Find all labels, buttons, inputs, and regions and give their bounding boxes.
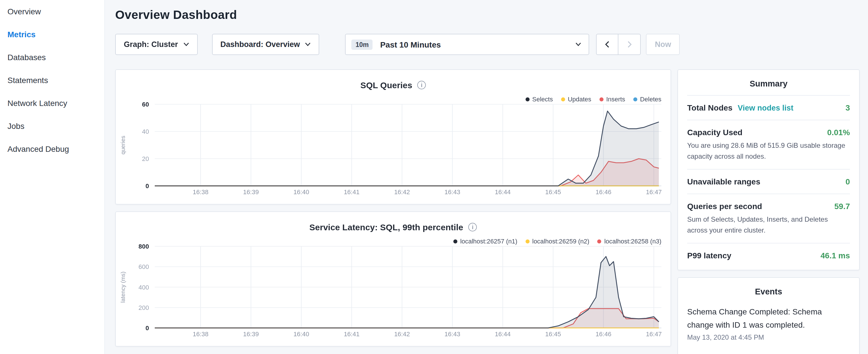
svg-text:400: 400 <box>138 284 149 291</box>
toolbar: Graph: Cluster Dashboard: Overview 10m P… <box>115 34 860 55</box>
sidebar-item-advanced-debug[interactable]: Advanced Debug <box>0 137 104 160</box>
queries-per-second-description: Sum of Selects, Updates, Inserts, and De… <box>687 214 850 235</box>
legend-label: Deletes <box>640 96 661 102</box>
svg-text:16:41: 16:41 <box>344 189 360 196</box>
svg-text:16:38: 16:38 <box>192 189 208 196</box>
chart-title: SQL Queries <box>360 80 412 90</box>
total-nodes-label: Total Nodes <box>687 103 733 112</box>
chevron-left-icon <box>605 41 610 48</box>
svg-text:40: 40 <box>142 128 149 135</box>
sidebar-item-statements[interactable]: Statements <box>0 69 104 92</box>
svg-text:16:44: 16:44 <box>495 189 510 196</box>
time-range-badge: 10m <box>351 39 373 50</box>
graph-dropdown-label: Graph: Cluster <box>124 40 178 49</box>
legend-dot-icon <box>599 97 603 101</box>
svg-text:16:44: 16:44 <box>495 330 510 338</box>
sidebar-item-metrics[interactable]: Metrics <box>0 23 104 46</box>
chart-title: Service Latency: SQL, 99th percentile <box>309 222 463 232</box>
sql-queries-chart[interactable]: 020406016:3816:3916:4016:4116:4216:4316:… <box>116 95 671 199</box>
svg-text:16:40: 16:40 <box>293 330 309 338</box>
legend-item: Inserts <box>599 96 625 102</box>
view-nodes-link[interactable]: View nodes list <box>738 104 794 112</box>
service-latency-chart[interactable]: 020040060080016:3816:3916:4016:4116:4216… <box>116 236 671 341</box>
capacity-used-label: Capacity Used <box>687 128 743 137</box>
event-text: Schema Change Completed: Schema change w… <box>687 305 850 331</box>
sidebar-item-jobs[interactable]: Jobs <box>0 115 104 137</box>
unavailable-ranges-value: 0 <box>845 177 850 186</box>
capacity-used-value: 0.01% <box>827 128 850 137</box>
legend-item: localhost:26258 (n3) <box>597 238 661 245</box>
svg-text:0: 0 <box>146 324 149 332</box>
total-nodes-value: 3 <box>845 103 850 112</box>
svg-text:16:42: 16:42 <box>394 330 410 338</box>
svg-text:20: 20 <box>142 155 149 162</box>
svg-text:800: 800 <box>138 243 149 250</box>
svg-text:16:39: 16:39 <box>243 330 259 338</box>
summary-row-capacity: Capacity Used 0.01% You are using 28.6 M… <box>687 120 850 169</box>
summary-panel: Summary Total Nodes View nodes list 3 Ca… <box>677 69 860 271</box>
svg-text:0: 0 <box>146 183 149 190</box>
summary-row-unavailable-ranges: Unavailable ranges 0 <box>687 169 850 194</box>
svg-text:16:42: 16:42 <box>394 189 410 196</box>
legend-label: Updates <box>568 96 591 102</box>
unavailable-ranges-label: Unavailable ranges <box>687 177 760 186</box>
now-button[interactable]: Now <box>646 34 680 55</box>
legend-label: Selects <box>532 96 553 102</box>
summary-row-total-nodes: Total Nodes View nodes list 3 <box>687 95 850 120</box>
info-icon[interactable]: i <box>417 81 426 89</box>
dashboard-dropdown-label: Dashboard: Overview <box>220 40 300 49</box>
events-panel: Events Schema Change Completed: Schema c… <box>677 278 860 354</box>
service-latency-chart-card: Service Latency: SQL, 99th percentile i … <box>115 212 671 347</box>
sidebar: Overview Metrics Databases Statements Ne… <box>0 0 105 354</box>
legend-dot-icon <box>525 97 529 101</box>
sidebar-item-databases[interactable]: Databases <box>0 46 104 69</box>
p99-latency-label: P99 latency <box>687 251 731 260</box>
legend-dot-icon <box>525 239 529 243</box>
svg-text:16:38: 16:38 <box>192 330 208 338</box>
legend-item: Selects <box>525 96 553 102</box>
legend-item: Deletes <box>633 96 661 102</box>
summary-title: Summary <box>687 70 850 95</box>
svg-text:16:43: 16:43 <box>444 189 460 196</box>
summary-row-qps: Queries per second 59.7 Sum of Selects, … <box>687 194 850 243</box>
summary-row-p99-latency: P99 latency 46.1 ms <box>687 243 850 268</box>
next-range-button[interactable] <box>619 34 641 55</box>
svg-text:queries: queries <box>120 136 126 155</box>
chart-legend: localhost:26257 (n1)localhost:26259 (n2)… <box>453 238 661 245</box>
svg-text:16:45: 16:45 <box>545 330 561 338</box>
legend-label: localhost:26258 (n3) <box>604 238 661 245</box>
event-list-item[interactable]: Schema Change Completed: Schema change w… <box>687 305 850 342</box>
time-range-picker[interactable]: 10m Past 10 Minutes <box>345 34 589 55</box>
main-content: Overview Dashboard Graph: Cluster Dashbo… <box>105 0 868 354</box>
chevron-down-icon <box>183 42 189 46</box>
event-timestamp: May 13, 2020 at 4:45 PM <box>687 333 850 342</box>
queries-per-second-value: 59.7 <box>834 202 850 211</box>
queries-per-second-label: Queries per second <box>687 202 762 211</box>
p99-latency-value: 46.1 ms <box>820 251 850 260</box>
legend-item: localhost:26257 (n1) <box>453 238 517 245</box>
svg-text:16:46: 16:46 <box>595 189 611 196</box>
chevron-right-icon <box>627 41 632 48</box>
legend-dot-icon <box>453 239 457 243</box>
chevron-down-icon <box>576 42 582 46</box>
time-range-label: Past 10 Minutes <box>380 40 441 49</box>
capacity-used-description: You are using 28.6 MiB of 515.9 GiB usab… <box>687 140 850 162</box>
previous-range-button[interactable] <box>596 34 619 55</box>
events-title: Events <box>687 278 850 303</box>
svg-text:16:46: 16:46 <box>595 330 611 338</box>
svg-text:200: 200 <box>138 304 149 311</box>
legend-item: localhost:26259 (n2) <box>525 238 589 245</box>
legend-dot-icon <box>633 97 637 101</box>
graph-dropdown[interactable]: Graph: Cluster <box>115 34 197 55</box>
sidebar-item-network-latency[interactable]: Network Latency <box>0 92 104 115</box>
svg-text:600: 600 <box>138 263 149 270</box>
time-step-buttons <box>596 34 641 55</box>
info-icon[interactable]: i <box>468 223 477 231</box>
legend-item: Updates <box>561 96 591 102</box>
dashboard-dropdown[interactable]: Dashboard: Overview <box>212 34 319 55</box>
chart-legend: SelectsUpdatesInsertsDeletes <box>525 96 661 102</box>
svg-text:latency (ms): latency (ms) <box>120 271 126 303</box>
svg-text:16:47: 16:47 <box>646 189 662 196</box>
sidebar-item-overview[interactable]: Overview <box>0 0 104 23</box>
legend-label: localhost:26257 (n1) <box>460 238 517 245</box>
